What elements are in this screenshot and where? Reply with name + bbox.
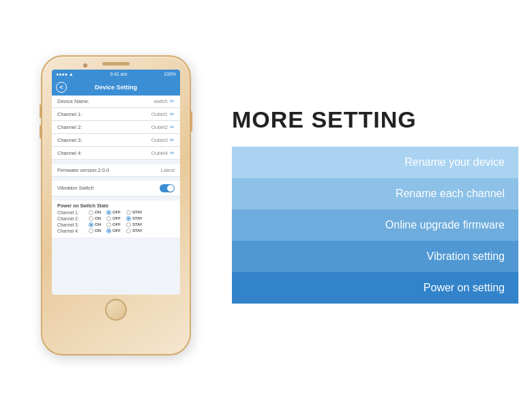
ch3-on-label: ON — [95, 222, 101, 226]
feature-vibration-setting: Vibration setting — [232, 241, 518, 272]
ch2-stay-radio[interactable]: STAY — [126, 216, 143, 221]
power-ch1-label: Channel 1: — [57, 210, 83, 215]
ch1-off-label: OFF — [113, 210, 121, 214]
channel1-label: Channel 1: — [57, 111, 82, 117]
ch3-off-radio[interactable]: OFF — [106, 222, 121, 227]
nav-title: Device Setting — [95, 84, 137, 91]
power-ch4-label: Channel 4: — [57, 229, 83, 233]
power-section: Power on Switch State Channel 1: ON — [52, 201, 180, 237]
ch4-off-radio[interactable]: OFF — [106, 229, 121, 233]
back-arrow: < — [59, 84, 63, 91]
back-button[interactable]: < — [56, 82, 67, 93]
phone-screen: ●●●● ▲ 9:41 am 100% < Device Setting — [52, 70, 180, 295]
channel4-row: Channel 4: Outlet4 ✏ — [52, 147, 180, 160]
ch1-radio-group[interactable]: ON OFF — [89, 210, 143, 215]
ch4-stay-circle — [126, 229, 131, 233]
power-button — [190, 111, 192, 132]
volume-down-button — [40, 125, 42, 138]
ch3-stay-label: STAY — [132, 222, 143, 226]
ch4-radio-group[interactable]: ON OFF — [89, 229, 143, 233]
screen-content: Device Name: switch ✏ Channel 1: Outlet1… — [52, 96, 180, 295]
ch1-on-label: ON — [95, 210, 101, 214]
phone-mockup: ●●●● ▲ 9:41 am 100% < Device Setting — [41, 55, 191, 355]
ch1-on-circle — [89, 210, 93, 215]
ch1-off-dot — [108, 211, 110, 214]
ch2-on-label: ON — [95, 216, 101, 220]
ch4-on-radio[interactable]: ON — [89, 229, 101, 233]
ch3-radio-group[interactable]: ON OFF STAY — [89, 222, 143, 227]
device-name-edit-icon[interactable]: ✏ — [170, 98, 175, 104]
feature-power-on-setting: Power on setting — [232, 272, 518, 304]
feature-online-upgrade-label: Online upgrade firmware — [385, 219, 505, 231]
channel3-value: Outlet3 — [151, 137, 168, 143]
vibration-toggle[interactable] — [160, 184, 175, 192]
firmware-row: Firmware version:2.0.0 Latest — [52, 164, 180, 177]
channel1-edit-icon[interactable]: ✏ — [170, 111, 175, 117]
ch4-off-label: OFF — [113, 229, 121, 233]
ch3-on-radio[interactable]: ON — [89, 222, 101, 227]
ch4-on-label: ON — [95, 229, 101, 233]
power-row-ch1: Channel 1: ON — [57, 210, 175, 215]
power-row-ch4: Channel 4: ON — [57, 229, 175, 233]
ch2-on-radio[interactable]: ON — [89, 216, 101, 221]
ch3-on-dot — [90, 224, 92, 226]
ch4-off-circle — [106, 229, 111, 233]
page-container: ●●●● ▲ 9:41 am 100% < Device Setting — [0, 0, 532, 410]
ch2-off-circle — [106, 216, 111, 221]
home-button[interactable] — [105, 299, 127, 321]
signal-icons: ●●●● ▲ — [56, 72, 74, 76]
feature-list: Rename your device Rename each channel O… — [232, 147, 518, 304]
firmware-status: Latest — [161, 167, 175, 173]
ch1-off-radio[interactable]: OFF — [106, 210, 121, 215]
right-panel: MORE SETTING Rename your device Rename e… — [211, 14, 518, 396]
volume-up-button — [40, 104, 42, 118]
channel2-edit-icon[interactable]: ✏ — [170, 124, 175, 130]
phone-speaker — [102, 62, 130, 65]
ch4-on-circle — [89, 229, 93, 233]
ch2-off-label: OFF — [113, 216, 121, 220]
vibration-row: Vibration Switch — [52, 181, 180, 196]
ch2-stay-label: STAY — [132, 216, 143, 220]
power-row-ch3: Channel 3: ON — [57, 222, 175, 227]
channel4-edit-icon[interactable]: ✏ — [170, 150, 175, 156]
feature-online-upgrade: Online upgrade firmware — [232, 209, 518, 241]
ch3-off-label: OFF — [113, 222, 121, 226]
signal-dots: ●●●● ▲ — [56, 72, 74, 76]
channel3-row: Channel 3: Outlet3 ✏ — [52, 134, 180, 147]
battery-indicator: 100% — [164, 72, 176, 76]
status-time: 9:41 am — [110, 72, 127, 76]
channel3-edit-icon[interactable]: ✏ — [170, 137, 175, 143]
power-row-ch2: Channel 2: ON OFF — [57, 216, 175, 221]
channel2-value: Outlet2 — [151, 124, 168, 130]
firmware-label: Firmware version:2.0.0 — [57, 167, 109, 173]
feature-vibration-setting-label: Vibration setting — [427, 250, 505, 262]
phone-camera — [83, 63, 87, 68]
main-title: MORE SETTING — [232, 106, 518, 133]
ch4-off-dot — [108, 230, 110, 232]
ch4-stay-label: STAY — [132, 229, 143, 233]
feature-rename-channel: Rename each channel — [232, 178, 518, 209]
ch1-on-radio[interactable]: ON — [89, 210, 101, 215]
ch3-on-circle — [89, 222, 93, 227]
ch2-stay-dot — [128, 218, 130, 220]
ch1-stay-radio[interactable]: STAY — [126, 210, 143, 215]
ch3-stay-radio[interactable]: STAY — [126, 222, 143, 227]
channel2-row: Channel 2: Outlet2 ✏ — [52, 121, 180, 134]
channel1-row: Channel 1: Outlet1 ✏ — [52, 108, 180, 121]
device-name-label: Device Name: — [57, 98, 89, 104]
device-name-value: switch — [153, 98, 168, 104]
device-name-row: Device Name: switch ✏ — [52, 96, 180, 108]
feature-rename-channel-label: Rename each channel — [396, 188, 505, 199]
ch4-stay-radio[interactable]: STAY — [126, 229, 143, 233]
ch1-stay-label: STAY — [132, 210, 143, 214]
power-ch3-label: Channel 3: — [57, 222, 83, 227]
channel3-label: Channel 3: — [57, 137, 82, 143]
vibration-label: Vibration Switch — [57, 185, 94, 191]
channel2-label: Channel 2: — [57, 124, 82, 130]
channel4-value: Outlet4 — [151, 150, 168, 156]
ch2-radio-group[interactable]: ON OFF — [89, 216, 143, 221]
ch2-on-circle — [89, 216, 93, 221]
ch3-off-circle — [106, 222, 111, 227]
phone-top-bar — [42, 57, 190, 65]
ch2-off-radio[interactable]: OFF — [106, 216, 121, 221]
